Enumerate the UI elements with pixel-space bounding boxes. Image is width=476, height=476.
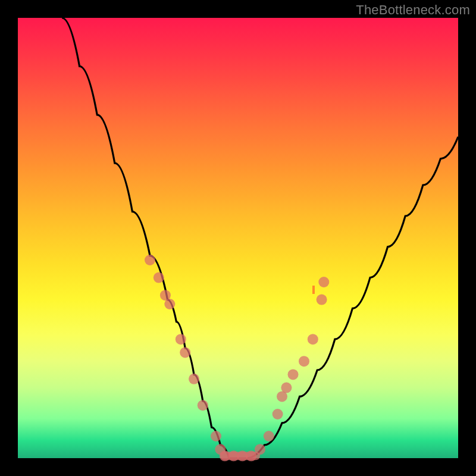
marker-dot	[164, 299, 175, 309]
marker-dot	[318, 277, 329, 287]
watermark-text: TheBottleneck.com	[356, 2, 470, 18]
marker-dot	[246, 450, 256, 461]
marker-dot	[299, 356, 309, 367]
marker-dot	[273, 409, 283, 419]
chart-frame	[18, 18, 458, 458]
marker-dot	[255, 444, 265, 455]
marker-dot	[198, 400, 208, 411]
marker-dot	[145, 255, 155, 265]
marker-dot	[317, 295, 327, 305]
marker-dot	[211, 431, 221, 441]
marker-dot	[288, 369, 299, 380]
tick-mark	[312, 286, 315, 294]
curve-line	[62, 18, 458, 458]
marker-dot	[176, 334, 186, 345]
marker-dot	[189, 374, 199, 384]
marker-dot	[180, 347, 190, 358]
marker-dot	[281, 383, 292, 393]
orange-tick	[312, 286, 315, 294]
bottleneck-curve	[62, 18, 458, 458]
marker-dot	[154, 273, 164, 283]
curve-markers	[145, 255, 329, 461]
marker-dot	[264, 431, 274, 441]
chart-svg	[18, 18, 458, 458]
marker-dot	[308, 334, 318, 345]
